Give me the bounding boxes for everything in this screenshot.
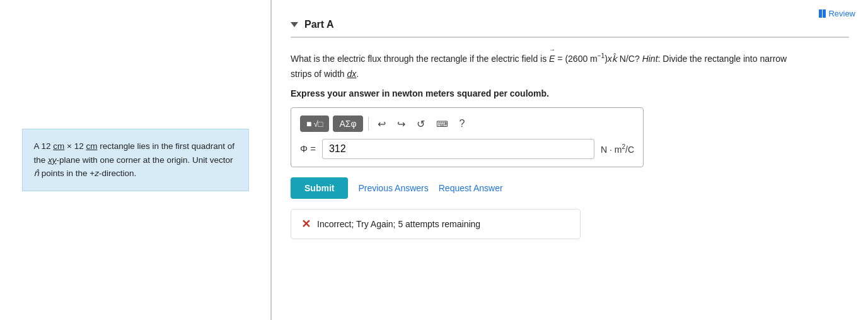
- part-header: Part A: [291, 19, 849, 38]
- redo-button[interactable]: ↪: [393, 116, 409, 133]
- matrix-button[interactable]: ■ √□: [300, 116, 329, 132]
- keyboard-icon: ⌨: [436, 119, 448, 129]
- submit-button[interactable]: Submit: [291, 177, 348, 199]
- context-box: A 12 cm × 12 cm rectangle lies in the fi…: [22, 129, 249, 191]
- part-title: Part A: [304, 19, 334, 30]
- input-row: Φ = N · m2/C: [300, 139, 634, 159]
- express-instruction: Express your answer in newton meters squ…: [291, 88, 849, 98]
- matrix-icon: ■: [306, 119, 311, 129]
- review-icon: [819, 9, 826, 18]
- feedback-text: Incorrect; Try Again; 5 attempts remaini…: [317, 219, 480, 229]
- greek-button[interactable]: ΑΣφ: [333, 116, 362, 132]
- review-link[interactable]: Review: [819, 9, 855, 18]
- question-text: What is the electric flux through the re…: [291, 47, 807, 82]
- help-icon: ?: [460, 118, 465, 129]
- context-text: A 12 cm × 12 cm rectangle lies in the fi…: [34, 141, 235, 178]
- hint-text: Hint: Divide the rectangle into narrow s…: [291, 54, 787, 79]
- undo-button[interactable]: ↩: [374, 116, 390, 133]
- right-panel: Review Part A What is the electric flux …: [272, 0, 868, 320]
- unit-label: N · m2/C: [601, 143, 634, 155]
- action-row: Submit Previous Answers Request Answer: [291, 177, 849, 199]
- answer-box: ■ √□ ΑΣφ ↩ ↪ ↺ ⌨: [291, 107, 644, 167]
- phi-label: Φ =: [300, 143, 316, 154]
- greek-label: ΑΣφ: [339, 119, 356, 129]
- refresh-button[interactable]: ↺: [413, 116, 429, 133]
- feedback-box: ✕ Incorrect; Try Again; 5 attempts remai…: [291, 209, 581, 239]
- field-expr: → E = (2600 m−1)xk̂ N/C?: [549, 54, 642, 64]
- request-answer-link[interactable]: Request Answer: [439, 183, 503, 193]
- incorrect-icon: ✕: [301, 217, 311, 231]
- undo-icon: ↩: [378, 119, 386, 129]
- help-button[interactable]: ?: [456, 116, 469, 132]
- previous-answers-link[interactable]: Previous Answers: [358, 183, 428, 193]
- redo-icon: ↪: [397, 119, 405, 129]
- answer-input[interactable]: [322, 139, 594, 159]
- keyboard-button[interactable]: ⌨: [432, 116, 452, 132]
- review-label: Review: [828, 9, 855, 18]
- sqrt-icon: √□: [313, 119, 323, 129]
- refresh-icon: ↺: [417, 119, 425, 129]
- math-toolbar: ■ √□ ΑΣφ ↩ ↪ ↺ ⌨: [300, 116, 634, 133]
- toolbar-separator-1: [368, 117, 369, 131]
- left-panel: A 12 cm × 12 cm rectangle lies in the fi…: [0, 0, 271, 320]
- part-chevron[interactable]: [291, 22, 298, 27]
